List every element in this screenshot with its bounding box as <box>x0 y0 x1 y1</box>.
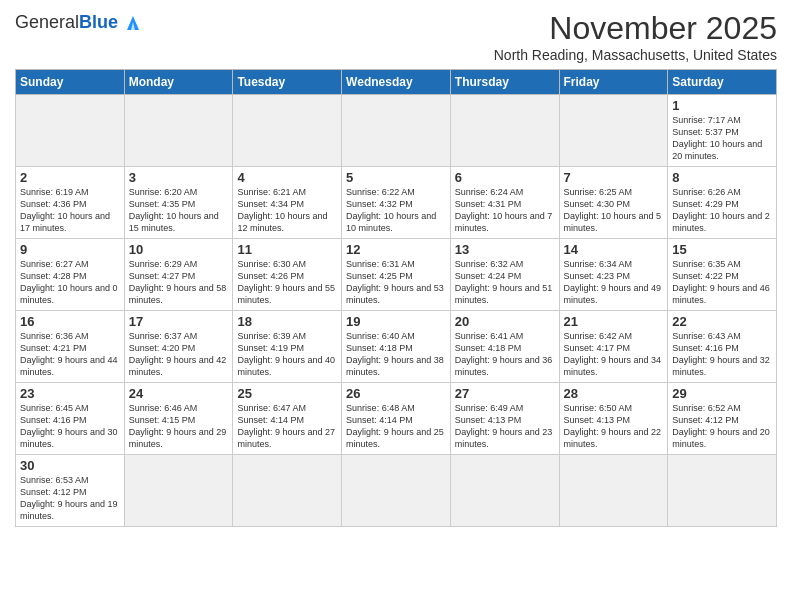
day-info: Sunrise: 6:21 AM Sunset: 4:34 PM Dayligh… <box>237 186 337 235</box>
table-row: 17Sunrise: 6:37 AM Sunset: 4:20 PM Dayli… <box>124 311 233 383</box>
day-number: 4 <box>237 170 337 185</box>
day-info: Sunrise: 6:49 AM Sunset: 4:13 PM Dayligh… <box>455 402 555 451</box>
day-number: 27 <box>455 386 555 401</box>
day-info: Sunrise: 6:22 AM Sunset: 4:32 PM Dayligh… <box>346 186 446 235</box>
day-number: 9 <box>20 242 120 257</box>
day-number: 21 <box>564 314 664 329</box>
day-number: 25 <box>237 386 337 401</box>
table-row: 24Sunrise: 6:46 AM Sunset: 4:15 PM Dayli… <box>124 383 233 455</box>
table-row: 18Sunrise: 6:39 AM Sunset: 4:19 PM Dayli… <box>233 311 342 383</box>
day-info: Sunrise: 6:50 AM Sunset: 4:13 PM Dayligh… <box>564 402 664 451</box>
table-row: 5Sunrise: 6:22 AM Sunset: 4:32 PM Daylig… <box>342 167 451 239</box>
day-number: 7 <box>564 170 664 185</box>
day-info: Sunrise: 6:40 AM Sunset: 4:18 PM Dayligh… <box>346 330 446 379</box>
day-number: 14 <box>564 242 664 257</box>
day-number: 26 <box>346 386 446 401</box>
col-thursday: Thursday <box>450 70 559 95</box>
table-row: 11Sunrise: 6:30 AM Sunset: 4:26 PM Dayli… <box>233 239 342 311</box>
table-row: 15Sunrise: 6:35 AM Sunset: 4:22 PM Dayli… <box>668 239 777 311</box>
day-info: Sunrise: 6:32 AM Sunset: 4:24 PM Dayligh… <box>455 258 555 307</box>
day-info: Sunrise: 6:53 AM Sunset: 4:12 PM Dayligh… <box>20 474 120 523</box>
day-info: Sunrise: 6:52 AM Sunset: 4:12 PM Dayligh… <box>672 402 772 451</box>
day-info: Sunrise: 6:48 AM Sunset: 4:14 PM Dayligh… <box>346 402 446 451</box>
table-row: 16Sunrise: 6:36 AM Sunset: 4:21 PM Dayli… <box>16 311 125 383</box>
table-row: 9Sunrise: 6:27 AM Sunset: 4:28 PM Daylig… <box>16 239 125 311</box>
header: GeneralBlue November 2025 North Reading,… <box>15 10 777 63</box>
title-section: November 2025 North Reading, Massachuset… <box>494 10 777 63</box>
table-row: 7Sunrise: 6:25 AM Sunset: 4:30 PM Daylig… <box>559 167 668 239</box>
day-info: Sunrise: 6:29 AM Sunset: 4:27 PM Dayligh… <box>129 258 229 307</box>
table-row: 3Sunrise: 6:20 AM Sunset: 4:35 PM Daylig… <box>124 167 233 239</box>
table-row: 25Sunrise: 6:47 AM Sunset: 4:14 PM Dayli… <box>233 383 342 455</box>
day-number: 12 <box>346 242 446 257</box>
table-row: 30Sunrise: 6:53 AM Sunset: 4:12 PM Dayli… <box>16 455 125 527</box>
day-info: Sunrise: 6:43 AM Sunset: 4:16 PM Dayligh… <box>672 330 772 379</box>
day-info: Sunrise: 6:35 AM Sunset: 4:22 PM Dayligh… <box>672 258 772 307</box>
table-row <box>559 455 668 527</box>
logo: GeneralBlue <box>15 10 144 34</box>
table-row: 23Sunrise: 6:45 AM Sunset: 4:16 PM Dayli… <box>16 383 125 455</box>
day-number: 17 <box>129 314 229 329</box>
day-number: 23 <box>20 386 120 401</box>
day-number: 3 <box>129 170 229 185</box>
day-number: 8 <box>672 170 772 185</box>
page: GeneralBlue November 2025 North Reading,… <box>0 0 792 612</box>
day-number: 11 <box>237 242 337 257</box>
table-row: 4Sunrise: 6:21 AM Sunset: 4:34 PM Daylig… <box>233 167 342 239</box>
col-tuesday: Tuesday <box>233 70 342 95</box>
table-row: 27Sunrise: 6:49 AM Sunset: 4:13 PM Dayli… <box>450 383 559 455</box>
day-info: Sunrise: 6:24 AM Sunset: 4:31 PM Dayligh… <box>455 186 555 235</box>
table-row: 19Sunrise: 6:40 AM Sunset: 4:18 PM Dayli… <box>342 311 451 383</box>
table-row: 29Sunrise: 6:52 AM Sunset: 4:12 PM Dayli… <box>668 383 777 455</box>
table-row <box>124 455 233 527</box>
day-number: 6 <box>455 170 555 185</box>
day-info: Sunrise: 6:19 AM Sunset: 4:36 PM Dayligh… <box>20 186 120 235</box>
table-row <box>450 95 559 167</box>
day-number: 13 <box>455 242 555 257</box>
table-row: 8Sunrise: 6:26 AM Sunset: 4:29 PM Daylig… <box>668 167 777 239</box>
table-row <box>559 95 668 167</box>
table-row: 28Sunrise: 6:50 AM Sunset: 4:13 PM Dayli… <box>559 383 668 455</box>
table-row: 14Sunrise: 6:34 AM Sunset: 4:23 PM Dayli… <box>559 239 668 311</box>
col-saturday: Saturday <box>668 70 777 95</box>
col-friday: Friday <box>559 70 668 95</box>
day-info: Sunrise: 6:34 AM Sunset: 4:23 PM Dayligh… <box>564 258 664 307</box>
day-number: 24 <box>129 386 229 401</box>
table-row: 6Sunrise: 6:24 AM Sunset: 4:31 PM Daylig… <box>450 167 559 239</box>
table-row <box>233 95 342 167</box>
logo-icon: GeneralBlue <box>15 10 144 34</box>
table-row: 20Sunrise: 6:41 AM Sunset: 4:18 PM Dayli… <box>450 311 559 383</box>
day-number: 1 <box>672 98 772 113</box>
table-row <box>233 455 342 527</box>
day-info: Sunrise: 6:25 AM Sunset: 4:30 PM Dayligh… <box>564 186 664 235</box>
table-row <box>342 455 451 527</box>
logo-blue: Blue <box>79 12 118 32</box>
day-number: 18 <box>237 314 337 329</box>
logo-text: GeneralBlue <box>15 13 118 31</box>
month-title: November 2025 <box>494 10 777 47</box>
day-info: Sunrise: 6:45 AM Sunset: 4:16 PM Dayligh… <box>20 402 120 451</box>
day-info: Sunrise: 6:41 AM Sunset: 4:18 PM Dayligh… <box>455 330 555 379</box>
table-row <box>124 95 233 167</box>
day-info: Sunrise: 6:20 AM Sunset: 4:35 PM Dayligh… <box>129 186 229 235</box>
logo-triangle-icon <box>122 12 144 34</box>
day-info: Sunrise: 7:17 AM Sunset: 5:37 PM Dayligh… <box>672 114 772 163</box>
table-row: 2Sunrise: 6:19 AM Sunset: 4:36 PM Daylig… <box>16 167 125 239</box>
table-row: 21Sunrise: 6:42 AM Sunset: 4:17 PM Dayli… <box>559 311 668 383</box>
day-number: 29 <box>672 386 772 401</box>
day-number: 22 <box>672 314 772 329</box>
calendar: Sunday Monday Tuesday Wednesday Thursday… <box>15 69 777 527</box>
day-info: Sunrise: 6:37 AM Sunset: 4:20 PM Dayligh… <box>129 330 229 379</box>
table-row: 12Sunrise: 6:31 AM Sunset: 4:25 PM Dayli… <box>342 239 451 311</box>
day-number: 30 <box>20 458 120 473</box>
day-number: 20 <box>455 314 555 329</box>
table-row <box>450 455 559 527</box>
table-row: 22Sunrise: 6:43 AM Sunset: 4:16 PM Dayli… <box>668 311 777 383</box>
table-row: 10Sunrise: 6:29 AM Sunset: 4:27 PM Dayli… <box>124 239 233 311</box>
calendar-header-row: Sunday Monday Tuesday Wednesday Thursday… <box>16 70 777 95</box>
day-info: Sunrise: 6:46 AM Sunset: 4:15 PM Dayligh… <box>129 402 229 451</box>
col-wednesday: Wednesday <box>342 70 451 95</box>
table-row: 26Sunrise: 6:48 AM Sunset: 4:14 PM Dayli… <box>342 383 451 455</box>
day-info: Sunrise: 6:42 AM Sunset: 4:17 PM Dayligh… <box>564 330 664 379</box>
day-info: Sunrise: 6:47 AM Sunset: 4:14 PM Dayligh… <box>237 402 337 451</box>
